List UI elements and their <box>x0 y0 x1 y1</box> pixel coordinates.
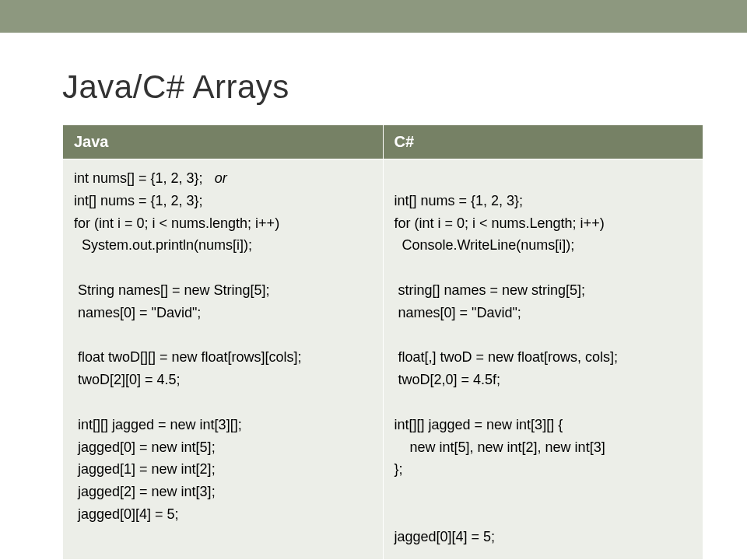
code-line: jagged[2] = new int[3]; <box>74 484 216 499</box>
header-csharp: C# <box>383 125 703 159</box>
table-header-row: Java C# <box>63 125 703 159</box>
top-stripe <box>0 0 747 33</box>
slide-content: Java/C# Arrays Java C# int nums[] = {1, … <box>0 33 747 560</box>
table-row: int nums[] = {1, 2, 3}; or int[] nums = … <box>63 159 703 560</box>
comparison-table: Java C# int nums[] = {1, 2, 3}; or int[]… <box>62 124 703 560</box>
code-line: int nums[] = {1, 2, 3}; <box>74 170 203 186</box>
code-line: for (int i = 0; i < nums.Length; i++) <box>395 215 605 231</box>
code-line: jagged[1] = new int[2]; <box>74 461 216 477</box>
code-line: names[0] = "David"; <box>74 305 201 320</box>
code-line: twoD[2,0] = 4.5f; <box>395 372 501 387</box>
code-line: int[] nums = {1, 2, 3}; <box>74 193 203 208</box>
page-title: Java/C# Arrays <box>62 68 703 106</box>
code-line: jagged[0][4] = 5; <box>74 506 179 522</box>
code-line: float[,] twoD = new float[rows, cols]; <box>395 349 619 365</box>
code-line: string[] names = new string[5]; <box>395 282 586 298</box>
csharp-cell: int[] nums = {1, 2, 3}; for (int i = 0; … <box>383 159 703 560</box>
code-line: jagged[0] = new int[5]; <box>74 439 216 455</box>
header-java: Java <box>63 125 384 159</box>
code-line: twoD[2][0] = 4.5; <box>74 372 181 387</box>
code-line: names[0] = "David"; <box>395 305 521 320</box>
java-cell: int nums[] = {1, 2, 3}; or int[] nums = … <box>63 159 384 560</box>
code-line: }; <box>395 461 403 477</box>
code-line: int[] nums = {1, 2, 3}; <box>395 193 524 208</box>
code-line: for (int i = 0; i < nums.length; i++) <box>74 215 279 231</box>
code-line: int[][] jagged = new int[3][]; <box>74 417 242 432</box>
code-line: new int[5], new int[2], new int[3] <box>395 439 605 455</box>
code-line: jagged[0][4] = 5; <box>395 529 496 544</box>
code-line: float twoD[][] = new float[rows][cols]; <box>74 349 302 365</box>
code-line: Console.WriteLine(nums[i]); <box>395 237 575 253</box>
code-or: or <box>215 170 227 186</box>
code-line: System.out.println(nums[i]); <box>74 237 252 253</box>
code-line: String names[] = new String[5]; <box>74 282 270 298</box>
code-line: int[][] jagged = new int[3][] { <box>395 417 563 432</box>
